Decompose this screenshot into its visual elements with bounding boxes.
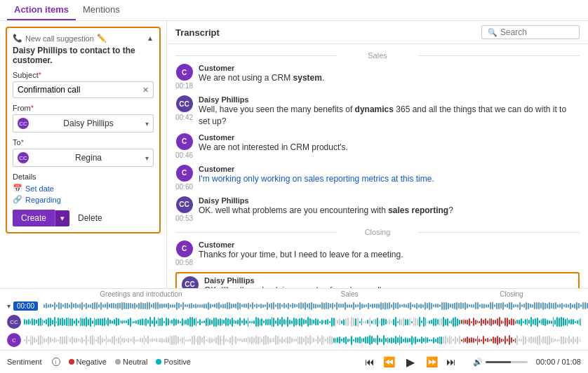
seg-label-greetings: Greetings and introduction (25, 290, 257, 298)
clear-subject-icon[interactable]: ✕ (142, 86, 149, 95)
transcript-content: Sales C 00:18 Customer We are not using … (167, 44, 588, 288)
from-value: Daisy Phillips (63, 118, 113, 128)
action-buttons: Create ▾ Delete (13, 210, 154, 226)
entry-text: I'm working only working on sales report… (199, 173, 580, 185)
to-value: Regina (75, 153, 102, 163)
entry-speaker: Daisy Phillips (199, 95, 580, 104)
waveform-avatar-cc: CC (7, 315, 21, 329)
avatar: CC (182, 276, 199, 288)
tab-action-items[interactable]: Action items (7, 0, 76, 20)
right-panel: Transcript 🔍 Sales C 00:18 Customer We a… (167, 21, 588, 288)
skip-forward-end-button[interactable]: ⏭ (445, 356, 457, 367)
subject-input[interactable] (18, 85, 142, 95)
entry-body: Daisy Phillips Well, have you seen the m… (199, 95, 580, 128)
search-input[interactable] (500, 27, 573, 37)
entry-speaker: Daisy Phillips (199, 196, 580, 205)
subject-label: Subject* (13, 71, 154, 79)
from-avatar: CC (18, 118, 29, 129)
transcript-entry: C 00:60 Customer I'm working only workin… (175, 165, 580, 191)
avatar: C (176, 133, 193, 150)
volume-section: 🔊 (473, 358, 528, 367)
collapse-icon[interactable]: ▲ (147, 34, 154, 42)
tab-mentions[interactable]: Mentions (76, 0, 127, 20)
bottom-panel: Greetings and introduction Sales Closing… (0, 288, 588, 373)
create-dropdown-button[interactable]: ▾ (55, 210, 69, 226)
neutral-label: Neutral (123, 358, 147, 366)
entry-body: Customer I'm working only working on sal… (199, 165, 580, 185)
sentiment-bar: Sentiment i Negative Neutral Positive ⏮ … (0, 350, 588, 373)
highlighted-transcript-entry: CC 01:01 Daisy Phillips OK. I'll call yo… (175, 272, 580, 288)
create-button[interactable]: Create (13, 210, 55, 226)
sentiment-positive: Positive (156, 358, 191, 366)
fast-forward-button[interactable]: ⏩ (425, 356, 439, 367)
entry-time: 00:18 (175, 82, 193, 90)
waveform-row-c: C (0, 332, 588, 348)
seg-label-closing: Closing (442, 290, 581, 298)
subject-input-wrapper[interactable]: ✕ (13, 81, 154, 98)
search-box[interactable]: 🔍 (481, 25, 580, 39)
from-label: From* (13, 104, 154, 112)
segment-labels-row: Greetings and introduction Sales Closing (0, 289, 588, 298)
volume-slider[interactable] (486, 361, 528, 363)
entry-speaker: Customer (199, 240, 580, 249)
entry-body: Customer Thanks for your time, but I nee… (199, 240, 580, 261)
negative-label: Negative (76, 358, 107, 366)
closing-divider: Closing (175, 228, 580, 236)
action-title: Daisy Phillips to contact to the custome… (13, 46, 154, 65)
entry-speaker: Customer (199, 165, 580, 173)
regarding-link[interactable]: 🔗 Regarding (13, 195, 154, 204)
phone-icon: 📞 (13, 34, 22, 43)
to-chevron-icon[interactable]: ▾ (145, 154, 149, 162)
set-date-link[interactable]: 📅 Set date (13, 184, 154, 193)
avatar: CC (176, 196, 193, 213)
expand-icon[interactable]: ▾ (7, 302, 11, 310)
entry-time: 00:46 (175, 151, 193, 159)
delete-button[interactable]: Delete (78, 213, 102, 223)
details-label: Details (13, 172, 154, 181)
left-panel: 📞 New call suggestion ✏️ ▲ Daisy Phillip… (0, 21, 167, 288)
entry-time: 00:42 (175, 114, 193, 121)
entry-text: We are not interested in CRM product's. (199, 142, 580, 154)
main-content: 📞 New call suggestion ✏️ ▲ Daisy Phillip… (0, 21, 588, 288)
to-label: To* (13, 138, 154, 147)
transcript-entry: CC 00:53 Daisy Phillips OK. well what pr… (175, 196, 580, 222)
entry-text: We are not using a CRM system. (199, 72, 580, 84)
play-button[interactable]: ▶ (402, 353, 419, 370)
rewind-button[interactable]: ⏪ (382, 356, 396, 367)
avatar: C (176, 64, 193, 81)
waveform-row-cc: CC (0, 313, 588, 330)
transcript-entry: C 00:46 Customer We are not interested i… (175, 133, 580, 159)
entry-body: Daisy Phillips OK. well what problems ar… (199, 196, 580, 217)
entry-body: Daisy Phillips OK. I'll call you back in… (204, 276, 574, 288)
link-icon: 🔗 (13, 195, 22, 204)
suggestion-text: New call suggestion (25, 34, 94, 43)
timeline-track[interactable] (41, 299, 588, 312)
positive-dot (156, 359, 161, 365)
sentiment-label: Sentiment (7, 358, 42, 366)
avatar: CC (176, 95, 193, 112)
skip-back-start-button[interactable]: ⏮ (363, 356, 376, 367)
entry-text: OK. well what problems are you encounter… (199, 205, 580, 217)
entry-text: Thanks for your time, but I need to leav… (199, 249, 580, 261)
neutral-dot (115, 359, 121, 365)
sentiment-negative: Negative (69, 358, 107, 366)
waveform-avatar-c: C (7, 333, 21, 347)
info-icon[interactable]: i (52, 358, 60, 366)
details-section: Details 📅 Set date 🔗 Regarding (13, 172, 154, 204)
edit-icon[interactable]: ✏️ (97, 34, 107, 43)
avatar: C (176, 165, 193, 182)
top-tab-bar: Action items Mentions (0, 0, 588, 21)
sales-divider: Sales (175, 51, 580, 60)
transcript-header: Transcript 🔍 (167, 21, 588, 44)
from-chevron-icon[interactable]: ▾ (145, 120, 149, 128)
entry-body: Customer We are not interested in CRM pr… (199, 133, 580, 154)
waveform-c (24, 333, 581, 347)
volume-icon[interactable]: 🔊 (473, 358, 483, 367)
transcript-entry: CC 00:42 Daisy Phillips Well, have you s… (175, 95, 580, 128)
calendar-icon: 📅 (13, 184, 22, 193)
to-select[interactable]: CC Regina ▾ (13, 149, 154, 167)
entry-speaker: Customer (199, 64, 580, 72)
entry-time: 00:53 (175, 215, 193, 222)
from-select[interactable]: CC Daisy Phillips ▾ (13, 114, 154, 133)
subject-group: Subject* ✕ (13, 71, 154, 98)
